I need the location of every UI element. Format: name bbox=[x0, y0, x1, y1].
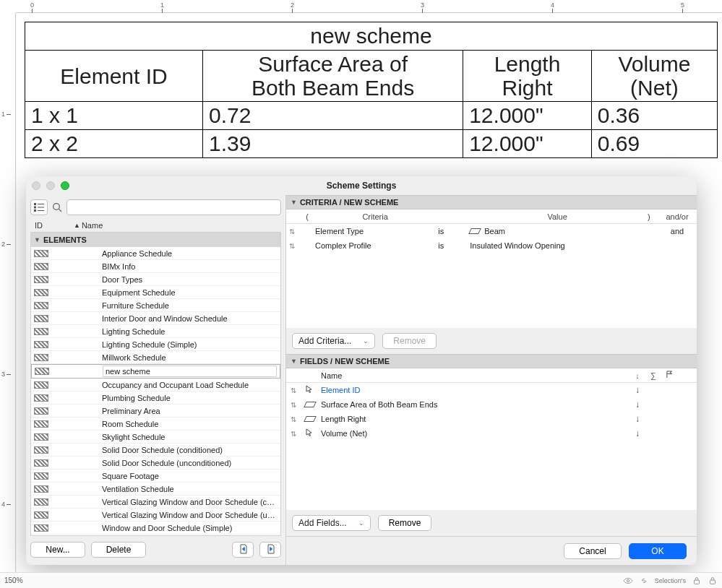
list-item[interactable]: Solid Door Schedule (unconditioned) bbox=[31, 457, 280, 470]
hatch-swatch-icon bbox=[34, 289, 48, 296]
column-sort-icon[interactable]: ↓ bbox=[632, 371, 643, 380]
selection-label: Selection's bbox=[655, 577, 686, 584]
column-andor[interactable]: and/or bbox=[661, 212, 694, 221]
dialog-titlebar[interactable]: Scheme Settings bbox=[26, 176, 697, 195]
zoom-level[interactable]: 150% bbox=[4, 576, 23, 584]
drag-handle-icon[interactable]: ⇅ bbox=[291, 401, 301, 409]
column-flag-icon[interactable] bbox=[663, 371, 675, 380]
export-button[interactable] bbox=[259, 542, 281, 558]
hatch-swatch-icon bbox=[34, 315, 48, 322]
field-row[interactable]: ⇅Volume (Net)↓ bbox=[286, 426, 697, 441]
sort-indicator-icon: ▲ bbox=[74, 222, 80, 229]
list-item-label: Solid Door Schedule (conditioned) bbox=[102, 446, 278, 454]
list-item[interactable]: Vertical Glazing Window and Door Schedul… bbox=[31, 509, 280, 522]
table-header-cell: Element ID bbox=[25, 51, 203, 102]
cancel-button[interactable]: Cancel bbox=[564, 543, 622, 559]
lock-icon[interactable] bbox=[708, 576, 718, 586]
add-criteria-button[interactable]: Add Criteria... ⌄ bbox=[292, 333, 375, 349]
field-row[interactable]: ⇅Element ID↓ bbox=[286, 383, 697, 397]
hatch-swatch-icon bbox=[34, 459, 48, 467]
list-item[interactable]: Millwork Schedule bbox=[31, 351, 280, 364]
list-item[interactable]: Equipment Schedule bbox=[31, 286, 280, 299]
table-row: 2 x 21.3912.000"0.69 bbox=[25, 130, 718, 158]
group-header-elements[interactable]: ▼ ELEMENTS bbox=[31, 233, 280, 247]
column-value[interactable]: Value bbox=[470, 212, 645, 221]
list-item[interactable]: BIMx Info bbox=[31, 260, 280, 273]
delete-scheme-button[interactable]: Delete bbox=[91, 542, 146, 558]
list-item[interactable]: Furniture Schedule bbox=[31, 299, 280, 312]
criteria-row[interactable]: ⇅Element TypeisBeamand bbox=[286, 224, 697, 238]
column-paren-close[interactable]: ) bbox=[648, 212, 658, 221]
list-item[interactable]: Appliance Schedule bbox=[31, 247, 280, 260]
field-name: Volume (Net) bbox=[321, 429, 627, 438]
list-item-label: Window and Door Schedule (Simple) bbox=[102, 524, 278, 532]
list-columns-header[interactable]: ID ▲ Name bbox=[30, 218, 281, 233]
sort-direction-icon[interactable]: ↓ bbox=[632, 428, 643, 438]
ok-button[interactable]: OK bbox=[629, 543, 687, 559]
sort-direction-icon[interactable]: ↓ bbox=[632, 399, 643, 410]
fields-section-header[interactable]: ▼ FIELDS / NEW SCHEME bbox=[286, 354, 697, 368]
list-item[interactable]: Skylight Schedule bbox=[31, 431, 280, 444]
import-button[interactable] bbox=[232, 542, 254, 558]
new-scheme-button[interactable]: New... bbox=[30, 542, 85, 558]
eye-icon[interactable] bbox=[623, 576, 633, 586]
search-input[interactable] bbox=[66, 199, 281, 215]
list-item[interactable]: Door Types bbox=[31, 273, 280, 286]
schemes-panel: ID ▲ Name ▼ ELEMENTS Appliance ScheduleB… bbox=[26, 195, 286, 565]
drag-handle-icon[interactable]: ⇅ bbox=[291, 415, 301, 423]
list-item-label: Plumbing Schedule bbox=[102, 394, 278, 402]
field-row[interactable]: ⇅Length Right↓ bbox=[286, 412, 697, 426]
list-item[interactable]: Interior Door and Window Schedule bbox=[31, 312, 280, 325]
column-sum-icon[interactable]: ∑ bbox=[648, 371, 659, 380]
list-view-icon[interactable] bbox=[30, 199, 48, 215]
field-row[interactable]: ⇅Surface Area of Both Beam Ends↓ bbox=[286, 397, 697, 412]
lock-icon[interactable] bbox=[692, 576, 702, 586]
list-item[interactable]: Lighting Schedule (Simple) bbox=[31, 338, 280, 351]
fields-header-label: FIELDS / NEW SCHEME bbox=[300, 357, 390, 366]
field-name: Element ID bbox=[321, 386, 627, 394]
sort-direction-icon[interactable]: ↓ bbox=[632, 414, 643, 424]
list-item[interactable]: Plumbing Schedule bbox=[31, 392, 280, 405]
list-item[interactable]: Window and Door Schedule (Simple) bbox=[31, 522, 280, 535]
list-item[interactable]: Lighting Schedule bbox=[31, 325, 280, 338]
list-item-label: Vertical Glazing Window and Door Schedul… bbox=[102, 511, 278, 519]
drag-handle-icon[interactable]: ⇅ bbox=[289, 242, 299, 250]
svg-rect-9 bbox=[695, 580, 700, 584]
list-item[interactable]: Preliminary Area bbox=[31, 405, 280, 418]
disclosure-triangle-icon[interactable]: ▼ bbox=[34, 236, 40, 243]
list-item[interactable]: Room Schedule bbox=[31, 418, 280, 431]
list-item[interactable]: Ventilation Schedule bbox=[31, 483, 280, 496]
hatch-swatch-icon bbox=[34, 472, 48, 480]
column-criteria[interactable]: Criteria bbox=[315, 212, 435, 221]
link-icon[interactable] bbox=[639, 576, 649, 586]
remove-field-button[interactable]: Remove bbox=[378, 515, 432, 531]
search-icon[interactable] bbox=[51, 199, 64, 215]
add-fields-button[interactable]: Add Fields... ⌄ bbox=[292, 515, 371, 531]
window-maximize-button[interactable] bbox=[61, 181, 69, 190]
column-field-name[interactable]: Name bbox=[321, 371, 627, 380]
window-close-button[interactable] bbox=[32, 181, 40, 190]
hatch-swatch-icon bbox=[34, 381, 48, 389]
criteria-row[interactable]: ⇅Complex ProfileisInsulated Window Openi… bbox=[286, 238, 697, 253]
document-canvas: new scheme Element IDSurface Area ofBoth… bbox=[25, 22, 718, 158]
drag-handle-icon[interactable]: ⇅ bbox=[291, 430, 301, 438]
list-item[interactable]: Occupancy and Occupant Load Schedule bbox=[31, 379, 280, 392]
list-item[interactable]: Square Footage bbox=[31, 470, 280, 483]
disclosure-triangle-icon[interactable]: ▼ bbox=[291, 358, 297, 365]
table-row: 1 x 10.7212.000"0.36 bbox=[25, 102, 718, 130]
column-paren-open[interactable]: ( bbox=[302, 212, 312, 221]
list-item[interactable]: Solid Door Schedule (conditioned) bbox=[31, 444, 280, 457]
column-id[interactable]: ID bbox=[35, 221, 74, 230]
hatch-swatch-icon bbox=[34, 394, 48, 402]
sort-direction-icon[interactable]: ↓ bbox=[632, 385, 643, 395]
list-item[interactable]: Vertical Glazing Window and Door Schedul… bbox=[31, 496, 280, 509]
column-name[interactable]: Name bbox=[82, 221, 103, 230]
drag-handle-icon[interactable]: ⇅ bbox=[291, 386, 301, 394]
drag-handle-icon[interactable]: ⇅ bbox=[289, 228, 299, 235]
list-item[interactable]: new scheme bbox=[31, 364, 280, 379]
schemes-list[interactable]: ▼ ELEMENTS Appliance ScheduleBIMx InfoDo… bbox=[30, 233, 281, 536]
disclosure-triangle-icon[interactable]: ▼ bbox=[291, 199, 297, 206]
criteria-section-header[interactable]: ▼ CRITERIA / NEW SCHEME bbox=[286, 195, 697, 209]
window-minimize-button[interactable] bbox=[46, 181, 55, 190]
list-item-label: Appliance Schedule bbox=[102, 249, 278, 258]
